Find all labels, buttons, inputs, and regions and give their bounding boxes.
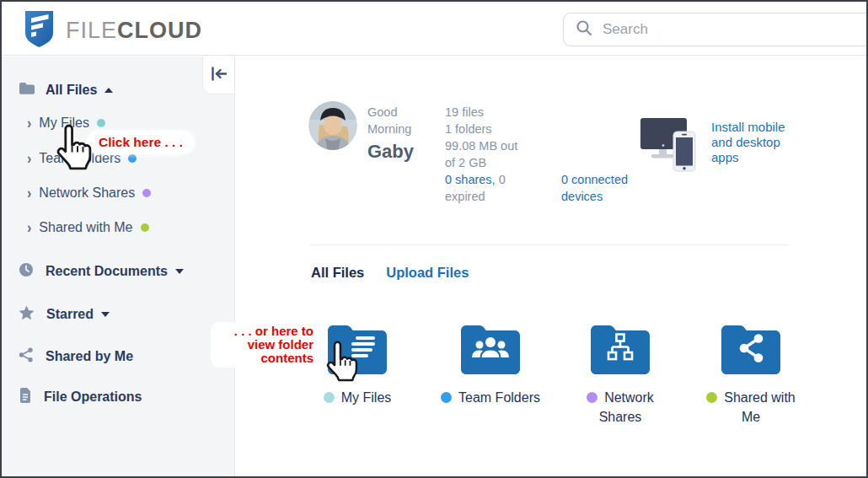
star-icon [19,305,35,324]
sidebar-item-file-operations[interactable]: File Operations [19,386,229,408]
color-dot [142,189,151,197]
color-dot [128,154,137,163]
hand-cursor-icon [324,340,362,385]
color-dot [324,392,335,403]
sidebar-item-all-files[interactable]: All Files [19,79,229,101]
chevron-right-icon[interactable]: › [27,185,31,202]
sidebar-item-network-shares[interactable]: › Network Shares [27,182,229,204]
sidebar-item-label: All Files [46,83,97,98]
sidebar-item-label: Shared with Me [39,220,132,235]
filecloud-shield-icon [24,9,55,51]
filecloud-app: FILECLOUD [0,0,868,478]
caret-down-icon[interactable] [101,312,110,317]
sidebar-item-shared-with-me[interactable]: › Shared with Me [27,217,229,239]
color-dot [706,392,717,403]
user-avatar[interactable] [308,101,357,150]
connected-devices-link[interactable]: 0 connected devices [561,173,628,203]
sidebar-item-label: File Operations [44,389,142,405]
folder-people-icon [461,363,520,377]
storage-usage: 99.08 MB out of 2 GB [445,137,531,171]
annotation-click-here: Click here . . . [87,131,195,154]
document-icon [19,388,32,406]
shares-link[interactable]: 0 shares, [445,173,496,186]
section-divider [311,244,789,245]
folder-tile-label: Network Shares [565,388,676,427]
folder-tile-team-folders[interactable]: Team Folders [427,322,554,407]
folder-tile-label: Shared with Me [695,388,806,427]
folder-tile-label: My Files [302,388,413,407]
shares-line: 0 shares, 0 expired [445,171,531,205]
folder-tile-shared-with-me[interactable]: Shared with Me [688,322,814,427]
brand-part1: FILE [66,18,117,43]
annotation-or-here: . . . or here to view folder contents [211,322,319,368]
search-icon [576,19,592,40]
sidebar-item-label: Starred [46,307,94,322]
annotation-line: view folder [216,338,313,352]
folder-tile-label: Team Folders [435,388,546,407]
folder-icon [19,82,35,99]
sidebar-item-starred[interactable]: Starred [19,303,229,325]
filecloud-logo[interactable]: FILECLOUD [24,9,202,51]
brand-part2: CLOUD [117,18,202,43]
install-apps-block: Install mobile and desktop apps [711,120,785,165]
annotation-line: contents [216,352,313,365]
sidebar: All Files › My Files › Team Folders › Ne… [2,56,235,476]
greeting-text: Good Morning [367,105,411,136]
sidebar-item-label: Recent Documents [46,264,168,279]
search-input[interactable] [603,21,813,38]
sidebar-item-label: Shared by Me [46,349,133,364]
files-count: 19 files [445,104,531,121]
color-dot [441,392,452,403]
annotation-line: . . . or here to [216,325,313,338]
search-box[interactable] [563,13,868,46]
install-apps-link[interactable]: Install mobile and desktop apps [711,120,785,164]
tab-all-files[interactable]: All Files [311,265,364,281]
folder-share-icon [721,363,780,377]
chevron-right-icon[interactable]: › [27,150,31,168]
user-name: Gaby [367,140,423,163]
caret-down-icon[interactable] [175,269,184,274]
devices-illustration [640,118,696,175]
sidebar-item-shared-by-me[interactable]: Shared by Me [19,346,229,368]
share-icon [19,347,34,366]
clock-icon [19,262,34,281]
sidebar-item-recent-documents[interactable]: Recent Documents [19,260,229,282]
color-dot [97,119,105,127]
filecloud-wordmark: FILECLOUD [66,18,202,44]
caret-up-icon[interactable] [104,88,113,93]
connected-devices: 0 connected devices [561,171,640,205]
account-stats: 19 files 1 folders 99.08 MB out of 2 GB … [445,104,531,205]
folder-network-icon [591,363,650,377]
main-content: Good Morning Gaby 19 files 1 folders 99.… [235,56,866,476]
sidebar-item-label: Network Shares [39,185,135,201]
color-dot [587,392,597,403]
header: FILECLOUD [2,2,866,56]
chevron-right-icon[interactable]: › [27,219,31,237]
tabs: All Files Upload Files [311,265,469,281]
greeting-block: Good Morning Gaby [367,104,423,163]
tab-upload-files[interactable]: Upload Files [386,265,469,281]
folders-count: 1 folders [445,121,531,137]
folder-tile-network-shares[interactable]: Network Shares [557,322,683,427]
chevron-right-icon[interactable]: › [27,115,31,132]
hand-cursor-icon [52,123,98,174]
color-dot [141,223,149,232]
